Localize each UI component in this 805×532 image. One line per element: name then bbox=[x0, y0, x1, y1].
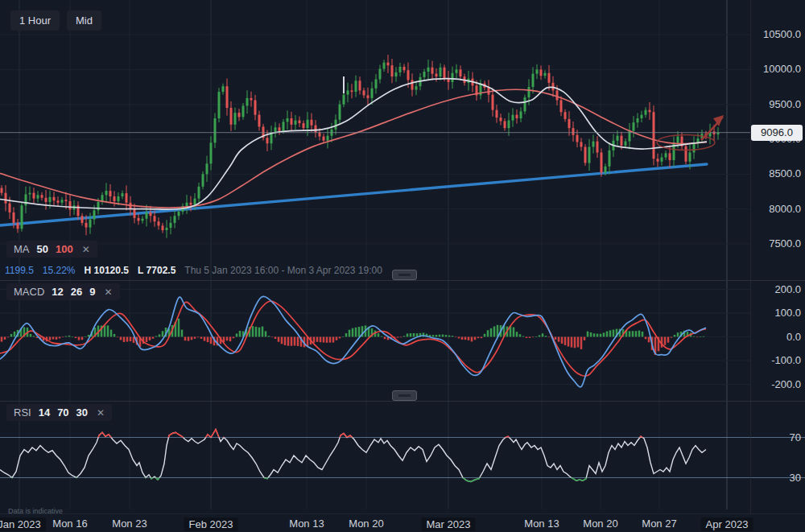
rsi-lower: 30 bbox=[76, 406, 88, 419]
chart-toolbar: 1 Hour Mid bbox=[10, 10, 101, 31]
ma-indicator-legend: MA 50 100 ✕ bbox=[6, 241, 97, 258]
axis-tick-label: 100.0 bbox=[774, 307, 801, 319]
time-tick-label: Mar 2023 bbox=[422, 518, 476, 531]
ohlc-info-bar: 1199.5 15.22% H 10120.5 L 7702.5 Thu 5 J… bbox=[5, 265, 382, 276]
ma-period-50: 50 bbox=[37, 243, 48, 255]
rsi-upper: 70 bbox=[57, 406, 68, 419]
date-range: Thu 5 Jan 2023 16:00 - Mon 3 Apr 2023 19… bbox=[184, 265, 382, 276]
rsi-pane-collapse-handle[interactable] bbox=[392, 390, 417, 401]
time-tick-label: Mon 13 bbox=[289, 518, 324, 530]
time-tick-label: Mon 20 bbox=[349, 518, 383, 530]
high-value: H 10120.5 bbox=[85, 265, 129, 276]
time-tick-label: Feb 2023 bbox=[184, 518, 238, 531]
ma-legend-name: MA bbox=[14, 243, 30, 255]
axis-tick-label: 8000.0 bbox=[769, 203, 801, 215]
ma-period-100: 100 bbox=[56, 243, 73, 255]
interval-button[interactable]: 1 Hour bbox=[10, 10, 60, 31]
time-axis[interactable]: Jan 2023Mon 16Mon 23Feb 2023Mon 13Mon 20… bbox=[0, 513, 805, 532]
low-value: L 7702.5 bbox=[138, 265, 175, 276]
axis-tick-label: 70 bbox=[790, 431, 801, 443]
axis-tick-label: 9500.0 bbox=[769, 98, 801, 110]
time-tick-label: Mon 27 bbox=[642, 518, 676, 530]
macd-pane-collapse-handle[interactable] bbox=[392, 270, 417, 280]
axis-tick-label: 200.0 bbox=[774, 283, 801, 295]
macd-fast: 12 bbox=[52, 286, 63, 298]
macd-signal: 9 bbox=[89, 286, 95, 298]
time-tick-label: Apr 2023 bbox=[701, 518, 753, 531]
trading-chart-window: 1 Hour Mid MA 50 100 ✕ 1199.5 15.22% H 1… bbox=[0, 0, 805, 532]
axis-tick-label: 8500.0 bbox=[769, 167, 801, 179]
macd-indicator-legend: MACD 12 26 9 ✕ bbox=[6, 283, 120, 300]
time-tick-label: Mon 20 bbox=[583, 518, 617, 530]
rsi-legend-name: RSI bbox=[14, 406, 31, 419]
time-tick-label: Mon 16 bbox=[52, 518, 87, 530]
remove-rsi-button[interactable]: ✕ bbox=[95, 407, 105, 419]
axis-tick-label: -100.0 bbox=[771, 354, 801, 366]
axis-tick-label: -200.0 bbox=[771, 378, 801, 390]
disclaimer-text: Data is indicative bbox=[8, 507, 63, 515]
remove-macd-button[interactable]: ✕ bbox=[102, 287, 112, 298]
macd-legend-name: MACD bbox=[14, 286, 44, 298]
time-tick-label: Jan 2023 bbox=[0, 518, 46, 531]
price-axis[interactable]: 10500.010000.09500.09000.08500.08000.075… bbox=[750, 0, 805, 513]
axis-tick-label: 7500.0 bbox=[769, 237, 801, 250]
remove-ma-button[interactable]: ✕ bbox=[80, 244, 90, 255]
time-tick-label: Mon 23 bbox=[112, 518, 147, 530]
rsi-period: 14 bbox=[39, 406, 50, 419]
price-mode-button[interactable]: Mid bbox=[67, 10, 101, 31]
axis-tick-label: 10000.0 bbox=[763, 63, 801, 75]
axis-tick-label: 30 bbox=[790, 472, 801, 484]
rsi-indicator-legend: RSI 14 70 30 ✕ bbox=[6, 404, 112, 421]
change-value: 1199.5 bbox=[5, 265, 34, 276]
axis-tick-label: 0.0 bbox=[786, 331, 801, 343]
macd-slow: 26 bbox=[71, 286, 82, 298]
axis-tick-label: 10500.0 bbox=[763, 28, 801, 40]
last-price-label: 9096.0 bbox=[751, 125, 803, 141]
change-percent: 15.22% bbox=[43, 265, 76, 276]
time-tick-label: Mon 13 bbox=[524, 518, 559, 530]
